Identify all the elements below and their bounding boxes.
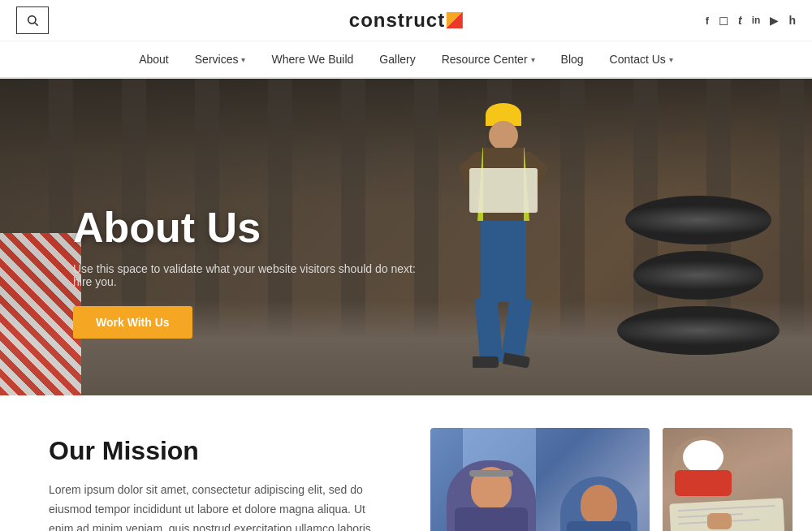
- youtube-icon[interactable]: ▶: [770, 14, 779, 27]
- mission-section: Our Mission Lorem ipsum dolor sit amet, …: [0, 428, 812, 531]
- mission-body: Lorem ipsum dolor sit amet, consectetur …: [49, 481, 382, 531]
- worker-head: [489, 121, 518, 150]
- hero-subtitle: Use this space to validate what your web…: [73, 262, 430, 288]
- logo-color-icon: [447, 12, 463, 28]
- hero-title: About Us: [73, 205, 430, 251]
- worker-overhead-vest: [675, 470, 732, 496]
- person-right-shirt: [567, 521, 631, 531]
- instagram-icon[interactable]: ◻: [719, 13, 728, 28]
- worker-hands: [707, 513, 732, 529]
- nav-item-blog[interactable]: Blog: [548, 41, 597, 77]
- nav-item-gallery[interactable]: Gallery: [366, 41, 428, 77]
- person-left: [447, 460, 536, 531]
- worker-figure: [455, 103, 552, 363]
- houzz-icon[interactable]: h: [788, 14, 796, 27]
- header-left: [16, 6, 49, 34]
- worker-left-leg: [475, 297, 503, 364]
- glasses: [469, 470, 513, 477]
- pipe-1: [625, 196, 771, 244]
- mission-text-block: Our Mission Lorem ipsum dolor sit amet, …: [49, 436, 398, 531]
- chevron-down-icon: ▾: [241, 55, 245, 64]
- hero-content: About Us Use this space to validate what…: [73, 205, 430, 339]
- worker-overhead-helmet: [683, 440, 723, 474]
- search-icon: [26, 14, 39, 27]
- nav-item-about[interactable]: About: [126, 41, 182, 77]
- pipes-decoration: [625, 196, 780, 355]
- pipe-3: [617, 306, 780, 355]
- facebook-icon[interactable]: f: [706, 15, 709, 27]
- main-nav: About Services ▾ Where We Build Gallery …: [0, 41, 812, 79]
- worker-paper: [469, 168, 538, 213]
- nav-item-where-we-build[interactable]: Where We Build: [258, 41, 366, 77]
- svg-line-1: [35, 23, 38, 26]
- worker-jeans: [481, 221, 526, 302]
- main-content: Our Mission Lorem ipsum dolor sit amet, …: [0, 395, 812, 531]
- site-logo[interactable]: construct: [349, 9, 463, 32]
- nav-item-contact-us[interactable]: Contact Us ▾: [597, 41, 686, 77]
- twitter-icon[interactable]: t: [738, 14, 742, 27]
- team-photo-1: [430, 428, 650, 531]
- social-links: f ◻ t in ▶ h: [706, 13, 796, 28]
- svg-point-0: [28, 16, 36, 24]
- worker-overhead-body: [671, 436, 736, 501]
- search-button[interactable]: [16, 6, 49, 34]
- site-header: construct f ◻ t in ▶ h: [0, 0, 812, 41]
- mission-images: [430, 428, 793, 531]
- hero-section: About Us Use this space to validate what…: [0, 79, 812, 395]
- logo-text: construct: [349, 9, 445, 31]
- person-right-head: [581, 485, 617, 524]
- fence-decoration: [0, 233, 81, 395]
- team-photo-2: [663, 428, 793, 531]
- hero-cta-button[interactable]: Work With Us: [73, 306, 192, 339]
- person-left-shirt: [455, 507, 528, 531]
- chevron-down-icon-3: ▾: [669, 55, 673, 64]
- pipe-2: [633, 251, 763, 300]
- worker-boot-left: [473, 356, 499, 368]
- chevron-down-icon-2: ▾: [531, 55, 535, 64]
- mission-title: Our Mission: [49, 436, 382, 466]
- linkedin-icon[interactable]: in: [752, 15, 761, 26]
- nav-item-resource-center[interactable]: Resource Center ▾: [429, 41, 548, 77]
- nav-item-services[interactable]: Services ▾: [182, 41, 259, 77]
